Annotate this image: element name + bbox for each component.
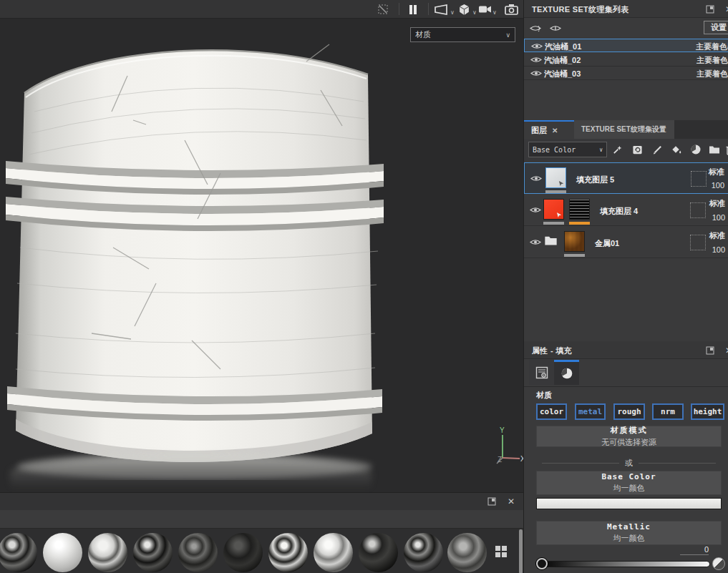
texture-set-row[interactable]: 汽油桶_03 主要着色器 <box>524 67 728 80</box>
chevron-down-icon[interactable]: ∨ <box>472 9 477 16</box>
material-thumbnail[interactable] <box>0 533 37 572</box>
tab-properties-list[interactable] <box>529 360 554 385</box>
material-thumbnail[interactable] <box>178 533 218 572</box>
base-color-box[interactable]: Base Color 均一颜色 <box>536 471 722 495</box>
material-thumbnail[interactable] <box>359 533 398 572</box>
mesh-cube-icon[interactable] <box>456 2 472 16</box>
grayscale-toggle-icon[interactable] <box>712 557 725 570</box>
eye-icon[interactable] <box>530 56 542 64</box>
add-effect-wand-icon[interactable] <box>610 143 624 156</box>
layer-thumbnail[interactable] <box>545 167 566 188</box>
channel-rough-button[interactable]: rough <box>613 403 645 420</box>
layer-group-row[interactable]: 金属01 标准 100 <box>524 227 728 258</box>
folder-icon[interactable] <box>544 235 558 245</box>
delete-trash-icon[interactable] <box>723 143 728 156</box>
material-mode-box[interactable]: 材质模式 无可供选择资源 <box>536 426 722 447</box>
add-group-folder-icon[interactable] <box>707 143 722 156</box>
texture-set-name: 汽油桶_02 <box>544 55 581 66</box>
close-icon[interactable]: ✕ <box>723 4 728 15</box>
metallic-slider[interactable] <box>541 561 710 567</box>
undock-panel-icon[interactable] <box>704 345 716 356</box>
symmetry-off-icon[interactable] <box>375 2 391 16</box>
material-mode-subtitle: 无可供选择资源 <box>601 437 656 448</box>
channel-indicator-bar <box>564 254 585 257</box>
material-thumbnail[interactable] <box>268 533 308 572</box>
assets-shelf-panel: ✕ <box>0 492 523 573</box>
paint-bucket-icon[interactable] <box>669 143 683 156</box>
opacity-value[interactable]: 100 <box>712 181 724 190</box>
grid-view-icon[interactable] <box>495 546 508 558</box>
add-paint-layer-icon[interactable] <box>650 143 664 156</box>
blend-mode[interactable]: 标准 <box>709 198 725 209</box>
layer-thumbnail[interactable] <box>543 199 564 220</box>
shelf-scrollbar[interactable] <box>519 529 523 573</box>
channel-height-button[interactable]: height <box>691 403 724 420</box>
texture-set-row[interactable]: 汽油桶_02 主要着色器 <box>524 53 728 67</box>
camera-video-icon[interactable] <box>477 2 492 16</box>
shelf-filter-bar[interactable] <box>0 510 523 529</box>
toolbar-divider <box>428 3 429 15</box>
chevron-down-icon: ∨ <box>505 31 510 39</box>
close-icon[interactable]: ✕ <box>723 345 728 356</box>
material-thumbnail[interactable] <box>43 533 82 572</box>
material-thumbnail[interactable] <box>314 533 353 572</box>
eye-icon[interactable] <box>530 238 541 246</box>
material-thumbnail[interactable] <box>88 533 127 572</box>
texture-set-row[interactable]: 汽油桶_01 主要着色器 <box>524 39 728 52</box>
metallic-box[interactable]: Metallic 均一颜色 <box>536 521 722 545</box>
material-thumbnail[interactable] <box>223 533 263 572</box>
metallic-value-field[interactable]: 0 <box>680 545 709 555</box>
mask-placeholder[interactable] <box>690 202 706 218</box>
blend-mode[interactable]: 标准 <box>709 167 724 177</box>
mask-placeholder[interactable] <box>691 171 707 187</box>
toggle-all-visibility-icon[interactable] <box>530 22 541 34</box>
blend-mode[interactable]: 标准 <box>709 230 725 241</box>
solo-visibility-icon[interactable] <box>550 22 561 34</box>
material-thumbnail[interactable] <box>133 533 173 572</box>
material-thumbnail[interactable] <box>447 533 487 572</box>
tab-layers[interactable]: 图层 ✕ <box>524 120 574 139</box>
channel-color-button[interactable]: color <box>536 403 567 420</box>
chevron-down-icon[interactable]: ∨ <box>492 9 497 16</box>
pause-icon[interactable] <box>405 2 421 16</box>
group-thumbnail[interactable] <box>564 231 585 252</box>
layer-row[interactable]: 填充图层 5 标准 100 <box>524 162 728 194</box>
barrel-3d-model[interactable] <box>6 33 384 480</box>
metallic-slider-knob[interactable] <box>536 558 548 569</box>
screenshot-camera-icon[interactable] <box>503 2 519 16</box>
viewport-3d[interactable]: ∨ ∨ ∨ <box>0 0 523 492</box>
channel-metal-button[interactable]: metal <box>575 403 606 420</box>
layer-row[interactable]: 填充图层 4 标准 100 <box>524 195 728 226</box>
eye-icon[interactable] <box>530 206 541 214</box>
smart-material-icon[interactable] <box>689 143 703 156</box>
eye-icon[interactable] <box>530 69 542 77</box>
close-icon[interactable]: ✕ <box>505 496 517 507</box>
undock-panel-icon[interactable] <box>704 4 716 15</box>
view-mode-dropdown[interactable]: 材质 ∨ <box>410 27 515 42</box>
eye-icon[interactable] <box>531 42 543 50</box>
channel-filter-dropdown[interactable]: Base Color ∨ <box>528 142 607 157</box>
add-fill-layer-icon[interactable] <box>630 143 644 156</box>
chevron-down-icon[interactable]: ∨ <box>450 9 455 16</box>
viewport-toolbar: ∨ ∨ ∨ <box>0 0 523 19</box>
tab-texture-set-settings[interactable]: TEXTURE SET纹理集设置 <box>574 120 674 139</box>
mask-placeholder[interactable] <box>690 235 706 250</box>
undock-panel-icon[interactable] <box>486 496 498 507</box>
opacity-value[interactable]: 100 <box>712 245 725 254</box>
cursor-icon <box>558 180 565 187</box>
material-thumbnail[interactable] <box>404 533 443 572</box>
shelf-thumbnails <box>0 529 523 573</box>
floor-reflection <box>10 455 372 495</box>
opacity-value[interactable]: 100 <box>712 213 725 222</box>
mask-indicator-bar <box>569 222 590 225</box>
settings-button[interactable]: 设置 <box>704 21 728 34</box>
close-icon[interactable]: ✕ <box>552 127 558 134</box>
layer-mask-thumbnail[interactable] <box>569 199 590 220</box>
base-color-swatch[interactable] <box>536 498 722 509</box>
base-color-title: Base Color <box>601 472 656 481</box>
tab-material-properties[interactable] <box>554 360 579 385</box>
channel-nrm-button[interactable]: nrm <box>652 403 684 420</box>
material-mode-title: 材质模式 <box>611 425 648 436</box>
eye-icon[interactable] <box>530 175 542 182</box>
display-mode-icon[interactable] <box>434 2 450 16</box>
